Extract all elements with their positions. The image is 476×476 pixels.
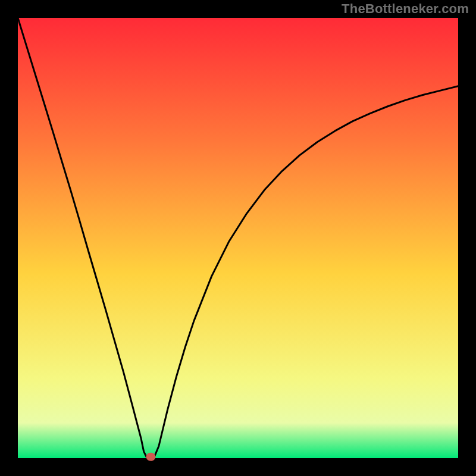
optimal-point-marker (146, 453, 155, 461)
bottleneck-chart (0, 0, 476, 476)
watermark-text: TheBottleneker.com (342, 1, 469, 17)
chart-frame: TheBottleneker.com (0, 0, 476, 476)
